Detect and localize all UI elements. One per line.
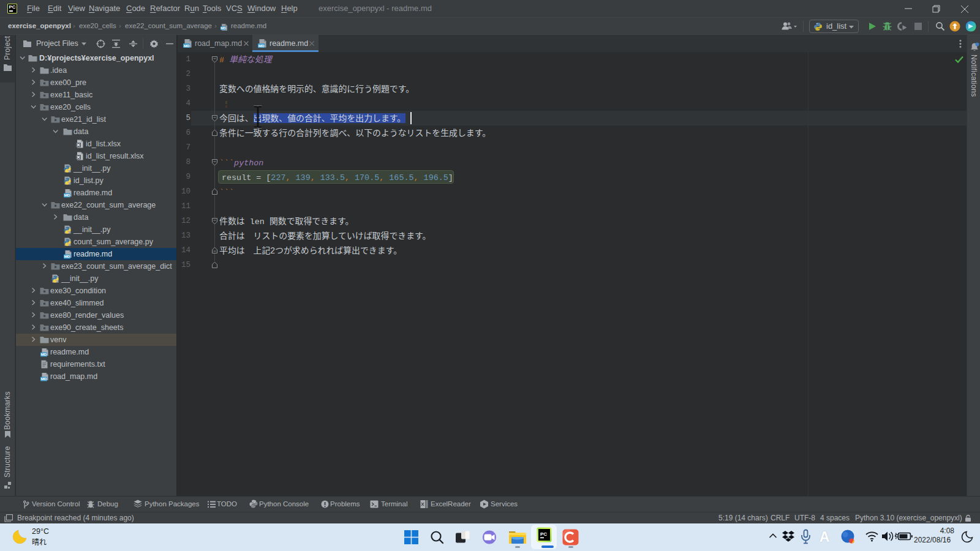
svg-text:MD: MD bbox=[184, 43, 190, 48]
svg-text:MD: MD bbox=[41, 352, 47, 356]
svg-text:MD: MD bbox=[64, 193, 70, 197]
svg-text:PC: PC bbox=[540, 531, 547, 537]
svg-text:MD: MD bbox=[64, 254, 70, 258]
svg-text:MD: MD bbox=[221, 26, 226, 30]
svg-text:MD: MD bbox=[41, 377, 47, 381]
svg-text:MD: MD bbox=[258, 43, 265, 48]
